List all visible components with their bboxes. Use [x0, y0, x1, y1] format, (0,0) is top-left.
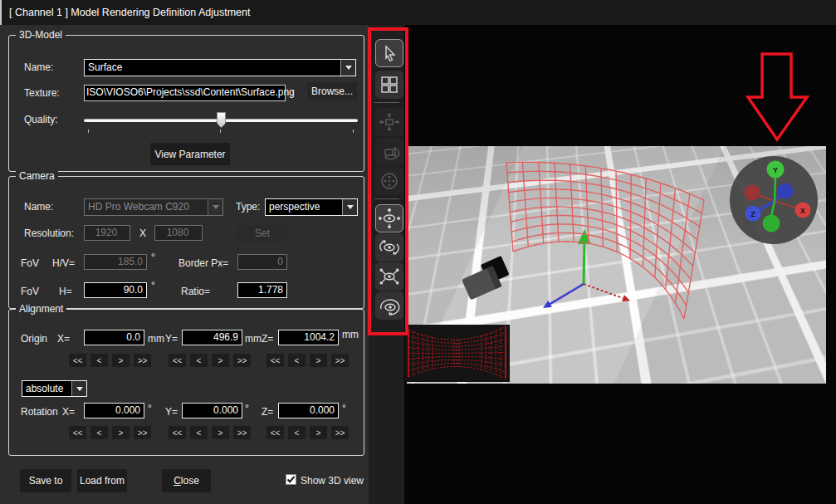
step-right-fast[interactable]: >>: [331, 354, 349, 367]
degree-unit: °: [148, 403, 152, 414]
step-left-fast[interactable]: <<: [266, 354, 284, 367]
rotation-z-label: Z=: [262, 406, 273, 418]
fov-label: FoV: [21, 257, 39, 269]
step-right[interactable]: >: [310, 426, 327, 439]
close-button[interactable]: Close: [162, 469, 211, 492]
zoom-extents-button[interactable]: [375, 262, 403, 291]
step-left[interactable]: <: [190, 426, 208, 439]
dome-projection-button[interactable]: [375, 167, 403, 195]
step-left[interactable]: <: [288, 426, 306, 439]
move-object-button[interactable]: [375, 108, 403, 136]
orbit-view-button[interactable]: [375, 233, 403, 262]
resolution-width-field: 1920: [84, 225, 130, 241]
slider-tick: [220, 130, 221, 133]
annotation-arrow-down: [748, 54, 807, 139]
step-left-fast[interactable]: <<: [69, 426, 86, 439]
view-parameter-button[interactable]: View Parameter: [150, 143, 230, 165]
origin-y-field[interactable]: 496.9: [182, 330, 242, 345]
step-left-fast[interactable]: <<: [69, 354, 86, 367]
ground-shading: [407, 146, 826, 384]
chevron-down-icon: [208, 199, 222, 215]
chevron-down-icon[interactable]: [71, 381, 86, 396]
quality-slider[interactable]: [84, 119, 358, 122]
origin-x-label: X=: [57, 333, 70, 345]
roll-view-button[interactable]: [375, 291, 403, 320]
resolution-height-field: 1080: [154, 225, 203, 241]
ratio-label: Ratio=: [181, 286, 210, 297]
fov-h-field[interactable]: 90.0: [84, 282, 147, 298]
group-3d-model: 3D-Model Name: Surface Texture: ISO\VIOS…: [8, 35, 364, 172]
step-right-fast[interactable]: >>: [233, 426, 251, 439]
model-name-value: Surface: [85, 60, 340, 76]
group-camera-legend: Camera: [16, 170, 58, 182]
origin-label: Origin: [21, 333, 47, 345]
rotation-z-field[interactable]: 0.000: [278, 403, 339, 418]
step-right[interactable]: >: [212, 354, 229, 367]
select-tool-button[interactable]: [375, 39, 403, 67]
rotation-x-field[interactable]: 0.000: [84, 403, 144, 418]
rotation-y-label: Y=: [165, 406, 178, 418]
toolbar-separator: [374, 198, 399, 199]
border-px-field: 0: [237, 254, 287, 270]
browse-button[interactable]: Browse...: [307, 82, 357, 100]
step-right-fast[interactable]: >>: [233, 354, 251, 367]
pan-view-button[interactable]: [375, 204, 403, 232]
degree-unit: °: [245, 403, 249, 414]
step-left[interactable]: <: [90, 426, 108, 439]
rotation-mode-value: absolute: [22, 381, 71, 396]
step-right[interactable]: >: [212, 426, 229, 439]
step-left[interactable]: <: [90, 354, 108, 367]
load-from-button[interactable]: Load from: [77, 469, 127, 492]
texture-label: Texture:: [24, 87, 60, 99]
quad-view-icon: [379, 75, 399, 95]
origin-z-field[interactable]: 1004.2: [278, 330, 339, 345]
texture-path-field[interactable]: ISO\VIOSO6\Projects\ssd\Content\Surface.…: [84, 85, 286, 101]
step-left-fast[interactable]: <<: [169, 354, 186, 367]
quality-slider-thumb[interactable]: [217, 112, 226, 128]
model-name-combobox[interactable]: Surface: [84, 59, 356, 76]
degree-unit: °: [151, 252, 155, 263]
camera-name-label: Name:: [24, 201, 53, 213]
step-left-fast[interactable]: <<: [169, 426, 186, 439]
slider-tick: [353, 130, 354, 133]
group-camera: Camera Name: HD Pro Webcam C920 Type: pe…: [8, 176, 364, 309]
camera-type-combobox[interactable]: perspective: [265, 198, 358, 216]
step-left[interactable]: <: [190, 354, 208, 367]
dialog-titlebar[interactable]: [ Channel 1 ] Model Rendering Definition…: [0, 0, 836, 25]
origin-x-field[interactable]: 0.0: [84, 330, 144, 345]
toolbar-separator: [374, 102, 399, 103]
chevron-down-icon[interactable]: [342, 199, 357, 215]
degree-unit: °: [342, 403, 346, 414]
save-to-button[interactable]: Save to: [20, 469, 71, 492]
rotation-y-field[interactable]: 0.000: [182, 403, 242, 418]
render-viewport[interactable]: Y X Z: [404, 25, 836, 504]
quad-view-button[interactable]: [375, 71, 403, 99]
rotation-mode-combobox[interactable]: absolute: [22, 380, 87, 397]
step-right-fast[interactable]: >>: [134, 354, 151, 367]
group-3d-model-legend: 3D-Model: [16, 29, 66, 41]
mm-unit: mm: [245, 333, 262, 345]
step-right-fast[interactable]: >>: [331, 426, 349, 439]
dome-projection-icon: [379, 170, 400, 192]
ratio-field[interactable]: 1.778: [237, 282, 287, 298]
step-left[interactable]: <: [288, 354, 306, 367]
degree-unit: °: [151, 280, 155, 291]
fov-hv-label: H/V=: [52, 257, 75, 269]
chevron-down-icon[interactable]: [340, 60, 355, 76]
fov-hv-field: 185.0: [84, 254, 147, 270]
step-left-fast[interactable]: <<: [266, 426, 284, 439]
rotate-object-button[interactable]: [375, 138, 403, 166]
step-right[interactable]: >: [310, 354, 327, 367]
rotation-x-label: X=: [62, 406, 75, 418]
dialog-title: [ Channel 1 ] Model Rendering Definition…: [2, 7, 250, 18]
resolution-x-separator: X: [139, 228, 146, 239]
step-right[interactable]: >: [112, 354, 130, 367]
camera-name-combobox: HD Pro Webcam C920: [84, 198, 223, 216]
fov-h-label: H=: [59, 286, 72, 297]
resolution-label: Resolution:: [24, 228, 74, 239]
show-3d-view-checkbox[interactable]: [286, 474, 296, 485]
step-right[interactable]: >: [112, 426, 130, 439]
step-right-fast[interactable]: >>: [134, 426, 151, 439]
3d-scene[interactable]: [407, 146, 826, 384]
group-alignment: Alignment Origin X= 0.0 mm Y= 496.9 mm Z…: [8, 309, 364, 456]
